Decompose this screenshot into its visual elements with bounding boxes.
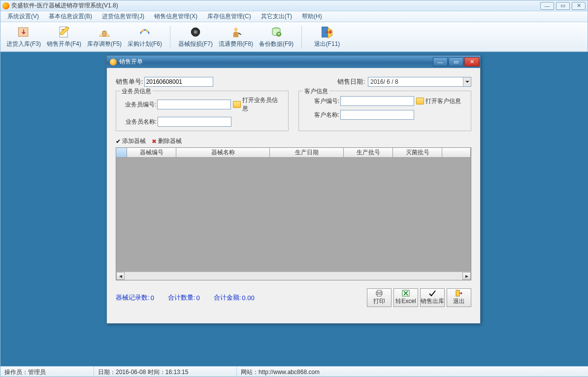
total-qty-label: 合计数量:: [168, 293, 196, 302]
folder-icon[interactable]: [416, 98, 424, 104]
menu-inventory[interactable]: 库存信息管理(C): [202, 12, 256, 21]
svg-point-3: [141, 30, 144, 32]
tb-flow-fee[interactable]: 流通费用(F8): [216, 24, 256, 50]
toolbar-separator: [301, 26, 302, 48]
folder-icon[interactable]: [233, 101, 241, 108]
th-prod-date[interactable]: 生产日期: [270, 148, 344, 157]
sales-date-label: 销售日期:: [337, 77, 365, 86]
open-salesman-link[interactable]: 打开业务员信息: [242, 96, 283, 113]
customer-fieldset: 客户信息 客户编号: 打开客户信息 客户名称:: [298, 91, 471, 131]
damage-icon: [189, 25, 202, 39]
h-scrollbar[interactable]: ◂ ▸: [116, 272, 471, 280]
tb-stock-in[interactable]: 进货入库(F3): [3, 24, 44, 50]
dialog-body: 销售单号: 销售日期: 2016/ 6 / 8 业务员信息: [107, 68, 480, 316]
customer-code-input[interactable]: [340, 96, 414, 106]
tb-purchase-plan[interactable]: 采购计划(F6): [125, 24, 165, 50]
salesman-code-label: 业务员编号:: [121, 101, 156, 109]
tb-sales-order[interactable]: 销售开单(F4): [44, 24, 84, 50]
total-amt-label: 合计金额:: [214, 293, 241, 302]
tb-backup[interactable]: 备份数据(F9): [256, 24, 296, 50]
del-device-action[interactable]: 删除器械: [152, 137, 182, 145]
menu-other[interactable]: 其它支出(T): [256, 12, 297, 21]
app-icon: [2, 2, 9, 9]
tb-label: 销售开单(F4): [47, 40, 81, 48]
btn-excel[interactable]: 转Excel: [393, 288, 418, 307]
door-exit-icon: [455, 290, 463, 297]
btn-print[interactable]: 打印: [367, 288, 392, 307]
salesman-name-input[interactable]: [158, 117, 231, 127]
flow-fee-icon: [229, 25, 243, 39]
inv-adjust-icon: [98, 25, 111, 39]
th-sterile-batch[interactable]: 灭菌批号: [393, 148, 442, 157]
tb-label: 流通费用(F8): [219, 40, 253, 48]
svg-point-6: [194, 31, 197, 34]
scroll-track[interactable]: [125, 272, 462, 280]
status-datetime: 日期：2016-06-08 时间：16:13:15: [94, 367, 237, 377]
th-selector[interactable]: [116, 148, 127, 157]
menu-help[interactable]: 帮助(H): [297, 12, 327, 21]
scroll-right-button[interactable]: ▸: [462, 272, 471, 280]
btn-close[interactable]: 退出: [447, 288, 471, 307]
app-title: 奕盛软件-医疗器械进销存管理系统(V1.8): [11, 1, 118, 10]
device-table[interactable]: 器械编号 器械名称 生产日期 生产批号 灭菌批号 ◂ ▸: [116, 147, 471, 280]
sales-order-icon: [57, 25, 71, 39]
salesman-legend: 业务员信息: [120, 87, 153, 96]
chevron-down-icon[interactable]: [463, 77, 471, 86]
check-icon: [428, 290, 436, 297]
menu-baseinfo[interactable]: 基本信息设置(B): [44, 12, 97, 21]
tb-exit[interactable]: 退出(F11): [307, 24, 347, 50]
customer-legend: 客户信息: [303, 87, 329, 96]
sales-no-input[interactable]: [144, 77, 213, 87]
customer-code-label: 客户编号:: [304, 97, 339, 105]
dialog-maximize-button[interactable]: ▭: [449, 57, 463, 67]
toolbar: 进货入库(F3) 销售开单(F4) 库存调整(F5) 采购计划(F6) 器械报损…: [0, 22, 588, 52]
dialog-close-button[interactable]: ✕: [464, 57, 479, 67]
status-operator: 操作员：管理员: [0, 367, 94, 377]
open-customer-link[interactable]: 打开客户信息: [425, 97, 461, 105]
main-minimize-button[interactable]: —: [540, 2, 554, 10]
svg-rect-15: [456, 290, 459, 296]
menu-system[interactable]: 系统设置(V): [2, 12, 44, 21]
sales-order-dialog: 销售开单 — ▭ ✕ 销售单号: 销售日期: 2016/ 6 / 8: [106, 55, 481, 324]
sales-date-picker[interactable]: 2016/ 6 / 8: [368, 77, 471, 87]
total-amt-value: 0.00: [242, 294, 254, 302]
statusbar: 操作员：管理员 日期：2016-06-08 时间：16:13:15 网站：htt…: [0, 366, 588, 377]
add-device-action[interactable]: 添加器械: [116, 137, 146, 145]
main-maximize-button[interactable]: ▭: [556, 2, 570, 10]
th-device-code[interactable]: 器械编号: [127, 148, 176, 157]
tb-damage[interactable]: 器械报损(F7): [175, 24, 216, 50]
record-count-label: 器械记录数:: [116, 293, 150, 302]
sales-no-label: 销售单号:: [116, 77, 143, 86]
tb-label: 采购计划(F6): [128, 40, 162, 48]
salesman-code-input[interactable]: [157, 100, 231, 109]
tb-inv-adjust[interactable]: 库存调整(F5): [84, 24, 125, 50]
mdi-client: 销售开单 — ▭ ✕ 销售单号: 销售日期: 2016/ 6 / 8: [0, 52, 588, 367]
th-device-name[interactable]: 器械名称: [176, 148, 270, 157]
salesman-name-label: 业务员名称:: [121, 118, 157, 126]
dialog-footer: 器械记录数: 0 合计数量: 0 合计金额: 0.00 打印 转Excel: [116, 288, 471, 307]
th-prod-batch[interactable]: 生产批号: [344, 148, 393, 157]
x-icon: [152, 138, 157, 145]
record-count-value: 0: [151, 294, 154, 302]
purchase-plan-icon: [138, 25, 152, 39]
svg-point-4: [146, 30, 148, 32]
printer-icon: [375, 290, 383, 297]
menu-purchase[interactable]: 进货信息管理(J): [97, 12, 149, 21]
th-extra[interactable]: [442, 148, 471, 157]
total-qty-value: 0: [196, 294, 199, 302]
svg-point-7: [234, 28, 238, 31]
salesman-fieldset: 业务员信息 业务员编号: 打开业务员信息 业务员名称:: [116, 91, 289, 131]
tb-label: 备份数据(F9): [259, 40, 294, 48]
main-window: 奕盛软件-医疗器械进销存管理系统(V1.8) — ▭ ✕ 系统设置(V) 基本信…: [0, 0, 588, 377]
svg-rect-2: [103, 31, 106, 36]
customer-name-input[interactable]: [340, 110, 414, 120]
excel-icon: [402, 290, 410, 297]
titlebar: 奕盛软件-医疗器械进销存管理系统(V1.8) — ▭ ✕: [0, 0, 588, 11]
dialog-minimize-button[interactable]: —: [433, 57, 448, 67]
scroll-left-button[interactable]: ◂: [116, 272, 125, 280]
svg-rect-12: [377, 290, 381, 292]
main-close-button[interactable]: ✕: [572, 2, 586, 10]
btn-stock-out[interactable]: 销售出库: [420, 288, 445, 307]
menu-sales[interactable]: 销售信息管理(X): [149, 12, 202, 21]
backup-icon: [269, 25, 283, 39]
